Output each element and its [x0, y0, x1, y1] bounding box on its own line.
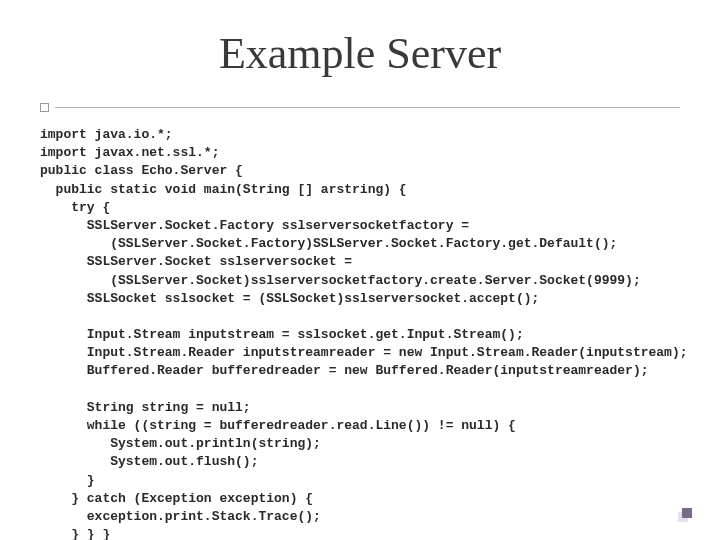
divider: [40, 103, 680, 112]
slide-title: Example Server: [40, 28, 680, 79]
accent-square-icon: [682, 508, 692, 518]
slide: Example Server import java.io.*; import …: [0, 0, 720, 540]
code-block: import java.io.*; import javax.net.ssl.*…: [40, 126, 680, 540]
divider-line: [55, 107, 680, 108]
divider-dot-icon: [40, 103, 49, 112]
